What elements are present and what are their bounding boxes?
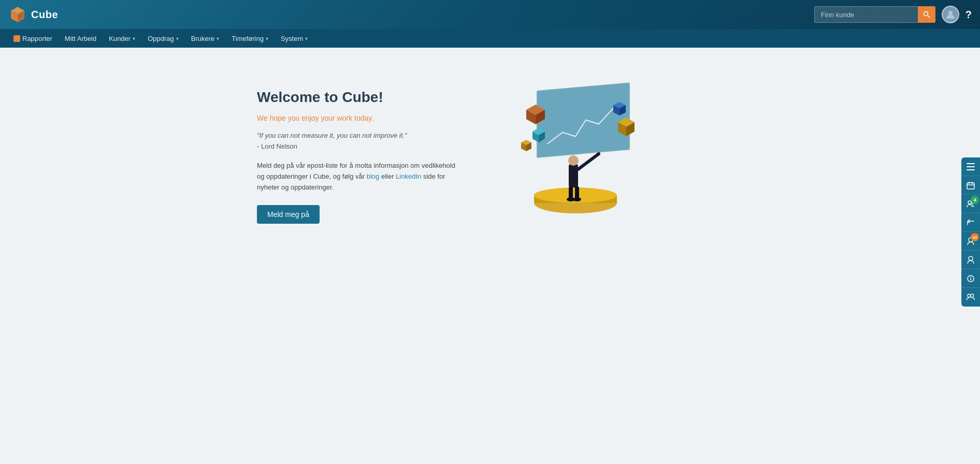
menu-icon [967, 163, 975, 170]
welcome-text: Welcome to Cube! We hope you enjoy your … [257, 89, 464, 224]
nav-label-timeforing: Timeføring [232, 35, 264, 42]
welcome-quote: "If you can not measure it, you can not … [257, 130, 464, 141]
nav-item-kunder[interactable]: Kunder ▾ [104, 32, 140, 46]
timeforing-chevron: ▾ [266, 36, 268, 41]
main-content: Welcome to Cube! We hope you enjoy your … [0, 48, 980, 464]
nav-item-rapporter[interactable]: Rapporter [8, 32, 57, 46]
system-chevron: ▾ [305, 36, 308, 41]
svg-rect-45 [967, 169, 975, 170]
welcome-illustration [495, 79, 661, 234]
svg-rect-44 [967, 166, 975, 167]
nav-item-system[interactable]: System ▾ [276, 32, 313, 46]
welcome-section: Welcome to Cube! We hope you enjoy your … [257, 79, 723, 234]
calendar-icon [967, 181, 975, 190]
rapporter-icon [13, 35, 20, 42]
oppdrag-chevron: ▾ [176, 36, 179, 41]
nav-label-mitt-arbeid: Mitt Arbeid [65, 35, 96, 42]
sidebar-calendar-button[interactable] [961, 176, 980, 195]
blog-link[interactable]: blog [367, 172, 380, 180]
welcome-description: Meld deg på vår epost-liste for å motta … [257, 161, 464, 193]
svg-rect-16 [569, 164, 578, 187]
svg-point-22 [573, 197, 581, 201]
sidebar-menu-button[interactable] [961, 157, 980, 176]
secondary-navbar: Rapporter Mitt Arbeid Kunder ▾ Oppdrag ▾… [0, 29, 980, 48]
svg-rect-43 [967, 163, 975, 164]
svg-line-18 [578, 154, 599, 169]
svg-point-10 [948, 11, 953, 15]
brand-section: Cube [8, 5, 58, 24]
search-container [814, 6, 935, 23]
welcome-subtitle: We hope you enjoy your work today. [257, 114, 464, 122]
nav-label-kunder: Kunder [109, 35, 131, 42]
nav-label-system: System [281, 35, 303, 42]
sidebar-person-badge-button[interactable]: 22 [961, 232, 980, 251]
person-badge: 22 [971, 233, 979, 241]
search-button[interactable] [918, 6, 935, 23]
navbar-right-section: ? [814, 6, 972, 23]
return-icon [967, 219, 975, 227]
sidebar-group-button[interactable] [961, 288, 980, 307]
profile-icon [967, 256, 974, 264]
search-icon [923, 11, 930, 18]
svg-point-53 [969, 256, 973, 260]
users-badge: 4 [971, 196, 979, 204]
cube-logo-icon [8, 5, 27, 24]
nav-label-oppdrag: Oppdrag [148, 35, 174, 42]
right-sidebar: 4 22 [961, 157, 980, 307]
welcome-title: Welcome to Cube! [257, 89, 464, 106]
sidebar-info-button[interactable] [961, 269, 980, 288]
svg-line-9 [928, 16, 930, 18]
help-button[interactable]: ? [965, 9, 972, 21]
linkedin-link[interactable]: LinkedIn [396, 172, 421, 180]
nav-item-oppdrag[interactable]: Oppdrag ▾ [142, 32, 184, 46]
info-icon [967, 275, 974, 282]
quote-author: - Lord Nelson [257, 142, 464, 150]
svg-point-57 [968, 294, 971, 297]
nav-label-brukere: Brukere [191, 35, 215, 42]
kunder-chevron: ▾ [133, 36, 135, 41]
svg-rect-12 [538, 83, 629, 156]
svg-point-17 [568, 155, 579, 166]
group-icon [967, 294, 975, 301]
svg-point-58 [971, 294, 974, 297]
sidebar-return-button[interactable] [961, 213, 980, 232]
brukere-chevron: ▾ [217, 36, 219, 41]
nav-item-timeforing[interactable]: Timeføring ▾ [226, 32, 273, 46]
sidebar-profile-button[interactable] [961, 251, 980, 269]
sidebar-users-button[interactable]: 4 [961, 195, 980, 213]
search-input[interactable] [814, 6, 918, 23]
illustration-svg [495, 79, 661, 234]
svg-point-8 [924, 12, 928, 16]
svg-rect-46 [967, 183, 974, 189]
avatar-button[interactable] [942, 6, 959, 23]
brand-name: Cube [31, 9, 58, 21]
desc-part2: eller [379, 172, 396, 180]
top-navbar: Cube ? [0, 0, 980, 29]
nav-label-rapporter: Rapporter [22, 35, 52, 42]
avatar-icon [945, 9, 956, 20]
signup-button[interactable]: Meld meg på [257, 205, 320, 224]
nav-item-mitt-arbeid[interactable]: Mitt Arbeid [60, 32, 102, 46]
nav-item-brukere[interactable]: Brukere ▾ [186, 32, 225, 46]
svg-point-56 [970, 277, 971, 278]
